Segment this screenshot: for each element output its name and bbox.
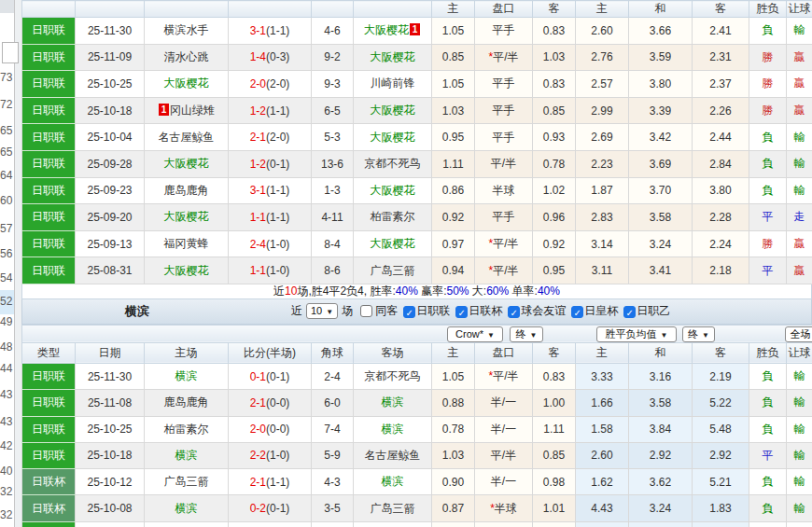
col-header-league bbox=[22, 1, 76, 18]
col-header-league: 类型 bbox=[22, 342, 76, 363]
result-cell: 平 bbox=[749, 442, 787, 468]
red-card-badge: 1 bbox=[159, 104, 169, 116]
final-odds-select-1[interactable]: 终▼ bbox=[510, 326, 543, 342]
euro-away-odds-cell: 2.37 bbox=[693, 71, 749, 98]
col-header-euro-away: 客 bbox=[693, 1, 749, 18]
league-filter-label-1: 日联杯 bbox=[469, 304, 502, 317]
asian-home-odds-cell: 0.97 bbox=[432, 230, 475, 257]
league-filter-label-3: 日皇杯 bbox=[584, 304, 618, 317]
half-time-score: (0-0) bbox=[266, 396, 289, 409]
away-team-name: 大阪樱花 bbox=[364, 23, 409, 36]
match-row: 日职联25-11-30横滨水手3-1(1-1)4-6大阪樱花11.05平手0.8… bbox=[22, 18, 812, 45]
full-time-score: 1-2 bbox=[250, 104, 266, 118]
cropped-row-number: 32 bbox=[0, 484, 13, 499]
summary-segment: 40% bbox=[538, 284, 560, 298]
away-team-cell: 横滨 bbox=[354, 416, 432, 442]
full-time-score: 3-1 bbox=[250, 24, 266, 37]
asian-home-odds-cell bbox=[432, 521, 475, 527]
half-time-score: (1-1) bbox=[266, 476, 289, 489]
cropped-left-column: 73726565646057565452494844434342403232 bbox=[0, 0, 15, 527]
summary-segment: 场,胜4平2负4, 胜率: bbox=[297, 284, 395, 298]
handicap-value: 半球 bbox=[495, 502, 517, 515]
league-cell: 日职联 bbox=[22, 124, 76, 151]
corner-cell: 4-3 bbox=[312, 469, 354, 495]
corner-cell: 4-11 bbox=[312, 204, 354, 231]
avg-odds-select[interactable]: 胜平负均值▼ bbox=[596, 326, 677, 342]
home-team-name: 名古屋鲸鱼 bbox=[159, 131, 215, 144]
half-time-score: (1-1) bbox=[266, 211, 289, 224]
away-team-cell: 大阪樱花 bbox=[354, 230, 432, 257]
home-team-name: 横滨 bbox=[175, 502, 198, 515]
match-row: 日职联25-11-30横滨0-1(0-1)2-4京都不死鸟1.05*平/半0.8… bbox=[22, 363, 812, 389]
odds-company-select[interactable]: Crow*▼ bbox=[447, 326, 503, 342]
yokohama-section-bar: 横滨 近 10▼ 场 同客 ✓日职联✓日联杯✓球会友谊✓日皇杯✓日职乙 bbox=[21, 299, 812, 325]
asian-home-odds-cell: 1.11 bbox=[432, 150, 475, 177]
cropped-row-number: 32 bbox=[0, 507, 13, 522]
corner-cell: 8-4 bbox=[312, 230, 354, 257]
match-row: 日职联25-10-25大阪樱花2-0(2-0)9-3川崎前锋1.05平手0.83… bbox=[22, 71, 812, 98]
league-filter-checkbox-1[interactable]: ✓ bbox=[455, 306, 468, 318]
handicap-value: 平/半 bbox=[493, 50, 518, 63]
half-time-score: (1-1) bbox=[266, 104, 289, 118]
half-time-score: (0-1) bbox=[266, 158, 289, 171]
asian-home-odds-cell: 1.05 bbox=[432, 18, 475, 45]
league-filter-checkbox-0[interactable]: ✓ bbox=[403, 306, 415, 318]
score-cell: 2-1(1-1) bbox=[229, 469, 312, 495]
euro-away-odds-cell: 5.22 bbox=[693, 390, 749, 416]
euro-draw-odds-cell: 3.24 bbox=[629, 230, 693, 257]
home-team-cell: 横滨 bbox=[145, 495, 229, 521]
euro-draw-odds-cell: 3.59 bbox=[629, 44, 693, 71]
match-row: 日职联25-11-09清水心跳1-4(0-3)9-2大阪樱花0.85*平/半1.… bbox=[22, 44, 812, 71]
league-cell: 日职联 bbox=[22, 521, 76, 527]
match-row: 日职联25-10-25柏雷素尔2-0(0-0)7-4横滨0.78半/一1.111… bbox=[22, 416, 812, 442]
handicap-cell: *平/半 bbox=[475, 230, 533, 257]
score-cell bbox=[229, 521, 312, 527]
home-team-name: 大阪樱花 bbox=[164, 264, 209, 277]
away-team-cell: 大阪樱花 bbox=[354, 177, 432, 204]
league-cell: 日联杯 bbox=[22, 469, 76, 495]
half-time-score: (1-0) bbox=[266, 238, 289, 251]
half-time-score: (1-1) bbox=[266, 184, 289, 197]
home-team-cell: 大阪樱花 bbox=[145, 257, 229, 284]
home-team-cell: 横滨水手 bbox=[145, 18, 229, 45]
euro-away-odds-cell: 2.26 bbox=[693, 97, 749, 124]
result-cell: 負 bbox=[749, 416, 787, 442]
handicap-result-cell: 輸 bbox=[787, 416, 812, 442]
date-cell: 25-10-18 bbox=[76, 97, 145, 124]
corner-cell: 2-4 bbox=[312, 363, 354, 389]
league-filter-checkbox-3[interactable]: ✓ bbox=[571, 306, 583, 318]
half-time-score: (0-0) bbox=[266, 423, 289, 436]
away-team-cell: 大阪樱花 bbox=[354, 124, 432, 151]
euro-away-odds-cell: 2.24 bbox=[693, 230, 749, 257]
handicap-result-cell: 輸 bbox=[787, 18, 812, 45]
asian-away-odds-cell: 0.83 bbox=[533, 363, 576, 389]
handicap-result-cell: 贏 bbox=[787, 44, 812, 71]
league-cell: 日职联 bbox=[22, 150, 76, 177]
away-team-name: 广岛三箭 bbox=[371, 264, 415, 277]
asian-away-odds-cell: 0.92 bbox=[533, 230, 576, 257]
away-team-name: 大阪樱花 bbox=[371, 184, 415, 197]
table-yokohama-history: Crow*▼ 终▼ 胜平负均值▼ 终▼ 全场▼ 类型 日期 主场 比分(半场) … bbox=[21, 325, 812, 527]
handicap-result-cell: 贏 bbox=[787, 230, 812, 257]
league-filter-checkbox-4[interactable]: ✓ bbox=[623, 306, 636, 318]
scope-select[interactable]: 全场▼ bbox=[785, 326, 812, 342]
recent-count-select[interactable]: 10▼ bbox=[306, 303, 338, 319]
col-header-euro-home: 主 bbox=[576, 342, 629, 363]
away-team-name: 京都不死鸟 bbox=[365, 157, 421, 170]
away-team-cell: 大阪樱花 bbox=[354, 97, 432, 124]
col-header-asian-home: 主 bbox=[432, 1, 475, 18]
result-cell: 負 bbox=[749, 177, 787, 204]
league-filter-label-0: 日职联 bbox=[416, 304, 450, 317]
final-odds-select-2[interactable]: 终▼ bbox=[682, 326, 715, 342]
league-filter-checkbox-2[interactable]: ✓ bbox=[508, 306, 520, 318]
date-cell: 25-11-08 bbox=[76, 390, 145, 416]
full-time-score: 0-2 bbox=[250, 502, 266, 515]
euro-draw-odds-cell: 3.41 bbox=[629, 257, 693, 284]
col-header-away: 客场 bbox=[354, 342, 432, 363]
match-row: 日职联25-11-08鹿岛鹿角2-1(0-0)6-0横滨0.88半/一1.001… bbox=[22, 390, 812, 416]
handicap-value: 半球 bbox=[493, 184, 515, 197]
recent-form-summary: 近10场,胜4平2负4, 胜率:40% 赢率:50% 大:60% 单率:40% bbox=[21, 284, 812, 299]
league-cell: 日职联 bbox=[22, 204, 76, 231]
same-away-checkbox[interactable] bbox=[360, 305, 372, 317]
team-name-yokohama: 横滨 bbox=[125, 303, 149, 320]
